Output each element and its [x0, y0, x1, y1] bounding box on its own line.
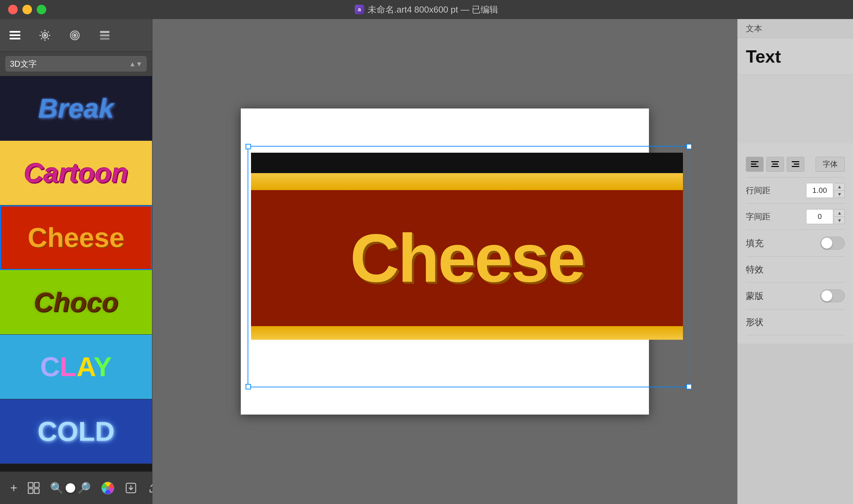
align-right-button[interactable] [787, 157, 804, 172]
svg-rect-15 [34, 489, 39, 493]
panel-gray-area [738, 75, 853, 143]
line-spacing-input[interactable]: 1.00 [806, 183, 833, 198]
text-align-row: 字体 [746, 151, 845, 178]
style-item-break[interactable]: Break [0, 76, 152, 141]
style-cold-label: COLD [37, 416, 115, 447]
panel-header-label: 文本 [746, 23, 762, 34]
cheese-yellow-bar [251, 173, 683, 190]
svg-rect-10 [100, 34, 110, 36]
svg-rect-28 [771, 166, 779, 167]
right-panel: 文本 Text [737, 19, 853, 504]
svg-point-8 [74, 34, 76, 36]
selection-handle-br[interactable] [686, 384, 692, 389]
svg-rect-29 [792, 161, 799, 162]
svg-rect-25 [751, 166, 758, 167]
mask-toggle[interactable] [820, 289, 845, 302]
stack-icon[interactable] [97, 27, 113, 44]
shape-label: 形状 [746, 316, 845, 328]
svg-rect-31 [792, 166, 799, 167]
svg-rect-14 [28, 489, 33, 493]
style-item-dark[interactable]: Dark [0, 464, 152, 471]
color-wheel-icon[interactable] [101, 478, 115, 498]
selection-handle-tr[interactable] [686, 144, 692, 149]
canvas-content: Cheese [251, 153, 683, 384]
line-spacing-label: 行间距 [746, 185, 806, 196]
selection-handle-tl[interactable] [246, 144, 251, 149]
svg-rect-27 [772, 164, 778, 165]
zoom-in-icon[interactable]: 🔎 [77, 482, 91, 494]
char-spacing-up[interactable]: ▲ [835, 209, 844, 217]
dropdown-wrapper: 3D文字 ▲▼ [5, 56, 147, 71]
main-layout: 3D文字 ▲▼ Break Cartoon Cheese Choco [0, 19, 853, 504]
svg-rect-9 [100, 31, 110, 33]
sidebar: 3D文字 ▲▼ Break Cartoon Cheese Choco [0, 19, 152, 504]
mask-toggle-thumb [821, 290, 832, 301]
style-break-label: Break [38, 93, 114, 124]
svg-point-19 [106, 486, 110, 490]
svg-rect-26 [771, 161, 779, 162]
cheese-bottom-bar [251, 326, 683, 340]
char-spacing-label: 字间距 [746, 211, 806, 222]
svg-rect-30 [794, 164, 799, 165]
style-category-select[interactable]: 3D文字 [5, 56, 147, 71]
style-item-choco[interactable]: Choco [0, 270, 152, 335]
svg-rect-23 [751, 161, 758, 162]
grid-icon[interactable] [28, 478, 40, 498]
cheese-black-bar [251, 153, 683, 173]
mask-label: 蒙版 [746, 290, 820, 302]
zoom-out-icon[interactable]: 🔍 [50, 482, 64, 494]
line-spacing-down[interactable]: ▼ [835, 191, 844, 198]
mask-row: 蒙版 [746, 283, 845, 309]
line-spacing-stepper: ▲ ▼ [835, 183, 845, 198]
style-choco-label: Choco [34, 287, 118, 318]
style-item-clay[interactable]: CLAY [0, 335, 152, 399]
style-item-cold[interactable]: COLD [0, 399, 152, 464]
layers-icon[interactable] [67, 27, 83, 44]
panel-gray-fill [738, 343, 853, 504]
zoom-bar: 🔍 🔎 [50, 482, 91, 494]
add-button[interactable]: + [10, 478, 17, 498]
char-spacing-down[interactable]: ▼ [835, 217, 844, 224]
line-spacing-value: 1.00 ▲ ▼ [806, 183, 845, 198]
download-icon[interactable] [125, 478, 137, 498]
align-buttons [746, 157, 804, 172]
fill-row: 填充 [746, 230, 845, 257]
char-spacing-row: 字间距 0 ▲ ▼ [746, 204, 845, 230]
cheese-canvas-text: Cheese [350, 219, 584, 297]
canvas-area[interactable]: 0123 Cheese [152, 19, 737, 504]
minimize-button[interactable] [22, 5, 32, 14]
window-title: a 未命名.art4 800x600 pt — 已编辑 [355, 4, 498, 16]
gear-icon[interactable] [37, 27, 53, 44]
svg-rect-13 [34, 483, 39, 487]
effects-row: 特效 [746, 257, 845, 283]
align-center-button[interactable] [766, 157, 784, 172]
bottom-toolbar: + 🔍 🔎 [0, 471, 152, 504]
style-item-cartoon[interactable]: Cartoon [0, 141, 152, 205]
panel-controls: 字体 行间距 1.00 ▲ ▼ 字间距 0 ▲ [738, 143, 853, 343]
app-icon: a [355, 5, 364, 14]
panel-header: 文本 [738, 19, 853, 38]
align-left-button[interactable] [746, 157, 764, 172]
line-spacing-row: 行间距 1.00 ▲ ▼ [746, 178, 845, 204]
fill-toggle[interactable] [820, 237, 845, 250]
zoom-slider-thumb[interactable] [66, 483, 75, 493]
style-item-cheese[interactable]: Cheese [0, 205, 152, 270]
svg-rect-2 [10, 38, 20, 39]
font-button[interactable]: 字体 [816, 157, 845, 172]
sidebar-toolbar [0, 19, 152, 52]
maximize-button[interactable] [37, 5, 46, 14]
canvas-white[interactable]: Cheese [241, 108, 649, 415]
fill-label: 填充 [746, 237, 820, 249]
panel-main-title: Text [746, 46, 845, 67]
menu-icon[interactable] [7, 27, 23, 44]
effects-label: 特效 [746, 264, 845, 275]
fill-toggle-thumb [821, 238, 832, 249]
char-spacing-stepper: ▲ ▼ [835, 209, 845, 224]
close-button[interactable] [8, 5, 18, 14]
svg-rect-0 [10, 31, 20, 33]
line-spacing-up[interactable]: ▲ [835, 183, 844, 191]
char-spacing-input[interactable]: 0 [806, 209, 833, 224]
selection-handle-bl[interactable] [246, 384, 251, 389]
style-dropdown-container: 3D文字 ▲▼ [0, 52, 152, 76]
svg-rect-12 [28, 483, 33, 487]
